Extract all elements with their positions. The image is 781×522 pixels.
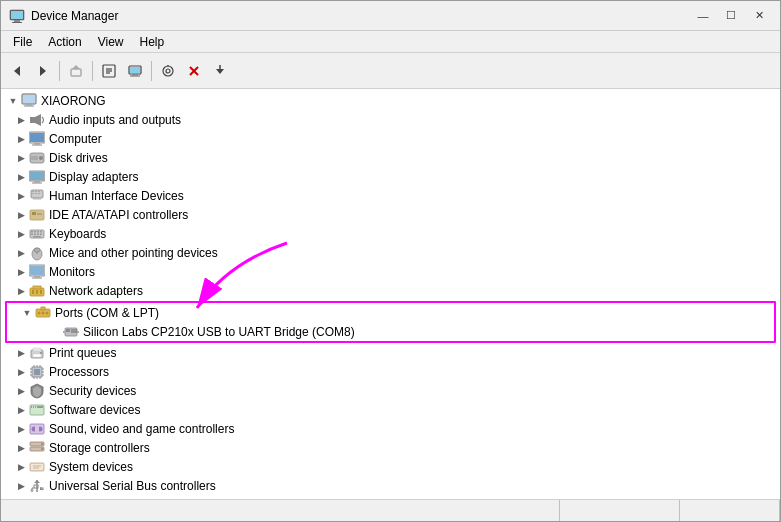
mice-expand[interactable]: ▶ <box>13 245 29 261</box>
tree-item-sound[interactable]: ▶ Sound, video and game controllers <box>9 419 780 438</box>
audio-icon <box>29 112 45 128</box>
tree-item-processors[interactable]: ▶ <box>9 362 780 381</box>
svg-rect-14 <box>132 74 138 76</box>
tree-item-security[interactable]: ▶ Security devices <box>9 381 780 400</box>
system-expand[interactable]: ▶ <box>13 459 29 475</box>
svg-rect-83 <box>63 331 65 333</box>
forward-button[interactable] <box>31 59 55 83</box>
svg-point-106 <box>34 406 35 407</box>
svg-rect-26 <box>24 105 34 106</box>
tree-item-print[interactable]: ▶ Print queues <box>9 343 780 362</box>
system-label: System devices <box>49 460 133 474</box>
storage-expand[interactable]: ▶ <box>13 440 29 456</box>
network-expand[interactable]: ▶ <box>13 283 29 299</box>
tree-item-computer[interactable]: ▶ Computer <box>9 129 780 148</box>
update-button[interactable] <box>208 59 232 83</box>
tree-item-monitors[interactable]: ▶ Monitors <box>9 262 780 281</box>
svg-rect-60 <box>33 236 41 238</box>
tree-item-storage[interactable]: ▶ Storage controllers <box>9 438 780 457</box>
tree-item-audio[interactable]: ▶ Audio inputs and outputs <box>9 110 780 129</box>
window-controls: — ☐ ✕ <box>690 6 772 26</box>
svg-rect-117 <box>31 464 43 470</box>
security-expand[interactable]: ▶ <box>13 383 29 399</box>
svg-rect-55 <box>40 231 42 233</box>
tree-item-display[interactable]: ▶ Display adapters <box>9 167 780 186</box>
svg-marker-4 <box>14 66 20 76</box>
window-title: Device Manager <box>31 9 690 23</box>
svg-rect-53 <box>34 231 36 233</box>
network-icon <box>29 283 45 299</box>
maximize-button[interactable]: ☐ <box>718 6 744 26</box>
svg-rect-57 <box>34 233 36 235</box>
svg-point-115 <box>41 448 43 450</box>
software-icon <box>29 402 45 418</box>
menu-view[interactable]: View <box>90 33 132 51</box>
tree-view[interactable]: ▼ XIAORONG ▶ <box>1 89 780 499</box>
mice-icon <box>29 245 45 261</box>
tree-item-software[interactable]: ▶ Software devices <box>9 400 780 419</box>
back-button[interactable] <box>5 59 29 83</box>
svg-rect-1 <box>11 11 23 19</box>
sound-expand[interactable]: ▶ <box>13 421 29 437</box>
display-label: Display adapters <box>49 170 138 184</box>
properties-button[interactable] <box>97 59 121 83</box>
tree-item-mice[interactable]: ▶ Mice and other pointing devices <box>9 243 780 262</box>
svg-rect-13 <box>130 67 140 73</box>
svg-rect-78 <box>41 307 45 310</box>
svg-point-125 <box>31 489 33 491</box>
tree-item-hid[interactable]: ▶ Human Interface Devices <box>9 186 780 205</box>
svg-rect-111 <box>35 427 39 431</box>
disk-expand[interactable]: ▶ <box>13 150 29 166</box>
usb-expand[interactable]: ▶ <box>13 478 29 494</box>
scan-button[interactable] <box>156 59 180 83</box>
svg-rect-31 <box>34 143 40 145</box>
tree-item-usb[interactable]: ▶ Universal Serial Bus controllers <box>9 476 780 495</box>
svg-rect-30 <box>30 133 44 142</box>
svg-rect-6 <box>71 69 81 76</box>
svg-marker-28 <box>35 114 41 126</box>
status-seg-2 <box>560 500 680 521</box>
computer-button[interactable] <box>123 59 147 83</box>
uninstall-button[interactable] <box>182 59 206 83</box>
up-button[interactable] <box>64 59 88 83</box>
toolbar-sep-2 <box>92 61 93 81</box>
svg-point-77 <box>46 311 49 314</box>
minimize-button[interactable]: — <box>690 6 716 26</box>
svg-rect-59 <box>40 233 42 235</box>
svg-rect-45 <box>35 193 37 194</box>
computer-icon <box>29 131 45 147</box>
tree-item-network[interactable]: ▶ Network adapters <box>9 281 780 300</box>
monitors-expand[interactable]: ▶ <box>13 264 29 280</box>
processors-expand[interactable]: ▶ <box>13 364 29 380</box>
tree-item-silicon-labs[interactable]: Silicon Labs CP210x USB to UART Bridge (… <box>7 322 774 341</box>
menu-action[interactable]: Action <box>40 33 89 51</box>
svg-rect-27 <box>30 117 35 123</box>
keyboards-expand[interactable]: ▶ <box>13 226 29 242</box>
silicon-labs-icon <box>63 324 79 340</box>
silicon-expand-placeholder <box>47 324 63 340</box>
print-expand[interactable]: ▶ <box>13 345 29 361</box>
display-expand[interactable]: ▶ <box>13 169 29 185</box>
computer-label: Computer <box>49 132 102 146</box>
menu-help[interactable]: Help <box>132 33 173 51</box>
ide-expand[interactable]: ▶ <box>13 207 29 223</box>
tree-root[interactable]: ▼ XIAORONG <box>1 91 780 110</box>
tree-item-system[interactable]: ▶ System devices <box>9 457 780 476</box>
svg-point-17 <box>166 69 170 73</box>
menu-file[interactable]: File <box>5 33 40 51</box>
root-expand-icon[interactable]: ▼ <box>5 93 21 109</box>
tree-item-keyboards[interactable]: ▶ Keyboards <box>9 224 780 243</box>
content-area: ▼ XIAORONG ▶ <box>1 89 780 499</box>
svg-rect-56 <box>31 233 33 235</box>
software-expand[interactable]: ▶ <box>13 402 29 418</box>
hid-expand[interactable]: ▶ <box>13 188 29 204</box>
computer-expand[interactable]: ▶ <box>13 131 29 147</box>
ports-expand[interactable]: ▼ <box>19 305 35 321</box>
usb-label: Universal Serial Bus controllers <box>49 479 216 493</box>
tree-item-ide[interactable]: ▶ IDE ATA/ATAPI controllers <box>9 205 780 224</box>
close-button[interactable]: ✕ <box>746 6 772 26</box>
svg-rect-65 <box>30 266 44 275</box>
tree-item-disk[interactable]: ▶ Disk drives <box>9 148 780 167</box>
audio-expand[interactable]: ▶ <box>13 112 29 128</box>
tree-item-ports[interactable]: ▼ Ports (COM & LPT) <box>7 303 774 322</box>
